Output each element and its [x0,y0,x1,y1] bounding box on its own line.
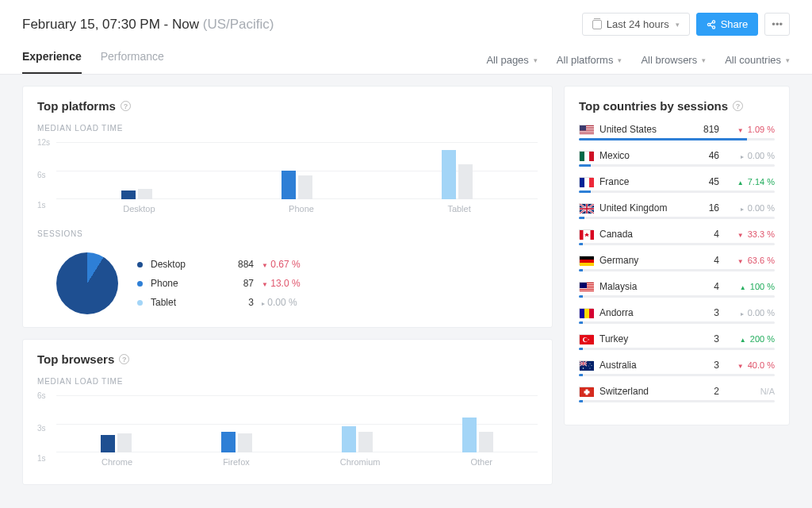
svg-point-43 [584,338,588,342]
date-range-title: February 15, 07:30 PM - Now (US/Pacific) [22,17,274,33]
svg-rect-49 [580,364,587,364]
svg-rect-26 [591,230,595,240]
svg-line-4 [710,25,712,26]
median-load-label: MEDIAN LOAD TIME [37,124,538,133]
country-row[interactable]: United States 819 ▼ 1.09 % [579,124,775,135]
country-value: 3 [694,360,719,371]
flag-icon [579,229,593,239]
svg-rect-57 [584,391,590,394]
help-icon[interactable]: ? [733,101,743,111]
legend-dot-icon [137,281,143,287]
svg-rect-18 [589,178,594,187]
country-value: 46 [694,150,719,161]
chevron-down-icon: ▾ [676,21,680,29]
main-tabs: Experience Performance [22,50,164,74]
legend-delta: ▸ 0.00 % [262,297,297,308]
country-delta: ▸ 0.00 % [726,308,775,318]
country-name: Germany [599,255,688,266]
sessions-label: SESSIONS [37,229,538,238]
svg-rect-23 [580,208,594,210]
country-delta: ▲ 7.14 % [726,177,775,187]
progress-bar [579,374,775,376]
country-row[interactable]: Malaysia 4 ▲ 100 % [579,281,775,292]
svg-rect-35 [580,290,594,291]
flag-icon [579,334,593,344]
card-title: Top browsers [37,352,114,366]
top-countries-card: Top countries by sessions ? United State… [564,86,790,425]
svg-rect-9 [580,131,594,132]
country-name: United States [599,124,688,135]
svg-rect-40 [589,309,594,318]
country-value: 819 [694,124,719,135]
legend-name: Phone [151,278,206,289]
country-row[interactable]: Switzerland 2 N/A [579,386,775,397]
svg-rect-29 [580,263,594,266]
share-label: Share [721,18,749,30]
time-range-selector[interactable]: Last 24 hours ▾ [582,13,690,36]
legend-dot-icon [137,300,143,306]
card-title: Top countries by sessions [579,99,728,113]
country-row[interactable]: Australia 3 ▼ 40.0 % [579,360,775,371]
legend-name: Desktop [151,259,206,270]
country-row[interactable]: Andorra 3 ▸ 0.00 % [579,307,775,318]
country-value: 4 [694,229,719,240]
country-delta: ▲ 200 % [726,334,775,344]
svg-point-50 [583,368,584,369]
svg-rect-16 [580,178,584,187]
card-title: Top platforms [37,99,116,113]
flag-icon [579,125,593,134]
country-delta: ▲ 100 % [726,282,775,291]
progress-bar [579,295,775,298]
country-value: 3 [694,307,719,318]
country-value: 2 [694,386,719,397]
date-range: February 15, 07:30 PM - Now [22,17,199,32]
country-name: France [599,176,688,187]
svg-rect-17 [584,178,589,187]
chevron-down-icon: ▾ [534,56,538,64]
top-platforms-card: Top platforms ? MEDIAN LOAD TIME 12s 6s … [22,86,553,328]
chevron-down-icon: ▾ [618,56,622,64]
top-browsers-card: Top browsers ? MEDIAN LOAD TIME 6s 3s 1s [22,339,553,485]
filter-countries[interactable]: All countries▾ [725,54,790,66]
tab-experience[interactable]: Experience [22,50,82,74]
svg-point-52 [592,365,592,366]
legend-row: Desktop 884 ▼ 0.67 % [137,259,538,270]
svg-point-51 [590,364,591,364]
country-row[interactable]: Turkey 3 ▲ 200 % [579,333,775,344]
legend-row: Phone 87 ▼ 13.0 % [137,278,538,289]
help-icon[interactable]: ? [121,101,131,111]
help-icon[interactable]: ? [119,354,129,364]
country-row[interactable]: Germany 4 ▼ 63.6 % [579,255,775,266]
country-row[interactable]: France 45 ▲ 7.14 % [579,176,775,187]
time-range-label: Last 24 hours [607,18,669,30]
country-name: United Kingdom [599,202,688,214]
median-load-label: MEDIAN LOAD TIME [37,377,538,386]
share-button[interactable]: Share [696,13,759,36]
svg-rect-37 [580,283,587,288]
progress-bar [579,138,775,140]
legend-row: Tablet 3 ▸ 0.00 % [137,297,538,308]
svg-rect-28 [580,260,594,263]
country-value: 4 [694,255,719,266]
filter-pages[interactable]: All pages▾ [486,54,537,66]
country-row[interactable]: United Kingdom 16 ▸ 0.00 % [579,202,775,214]
filter-browsers[interactable]: All browsers▾ [641,54,706,66]
filter-platforms[interactable]: All platforms▾ [557,54,622,66]
progress-bar [579,217,775,219]
country-delta: ▼ 1.09 % [726,125,775,134]
ellipsis-icon: ••• [772,18,783,30]
country-name: Switzerland [599,386,688,397]
flag-icon [579,360,593,370]
legend-value: 884 [214,259,254,270]
country-delta: N/A [726,387,775,396]
svg-rect-27 [580,256,594,260]
more-menu-button[interactable]: ••• [764,13,790,36]
page-header: February 15, 07:30 PM - Now (US/Pacific)… [0,0,812,75]
flag-icon [579,203,593,213]
country-row[interactable]: Canada 4 ▼ 33.3 % [579,229,775,240]
svg-rect-15 [589,152,594,161]
svg-line-3 [710,22,712,24]
tab-performance[interactable]: Performance [101,50,164,74]
country-row[interactable]: Mexico 46 ▸ 0.00 % [579,150,775,161]
timezone: (US/Pacific) [203,17,274,32]
